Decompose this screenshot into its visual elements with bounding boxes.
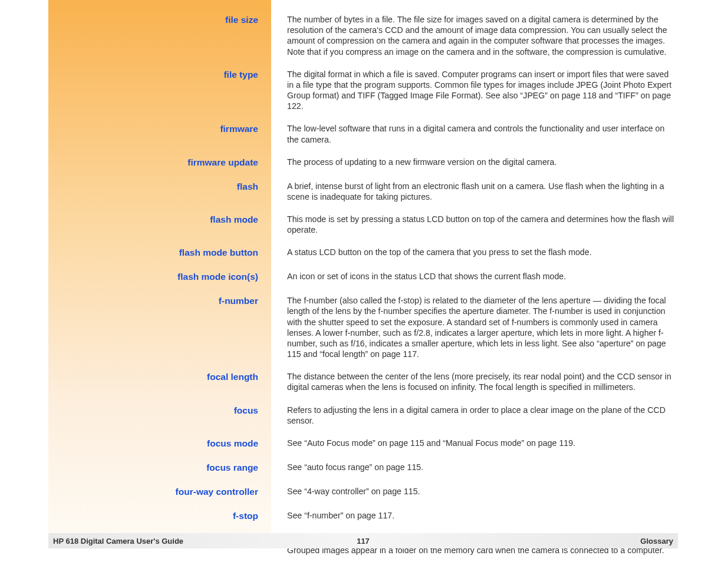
glossary-term: firmware [48,123,258,135]
glossary-page: file size The number of bytes in a file.… [48,0,678,548]
glossary-entry: flash mode This mode is set by pressing … [48,214,678,235]
glossary-definition: The f-number (also called the f-stop) is… [258,295,678,359]
glossary-term: f-number [48,295,258,308]
glossary-term: file size [48,14,258,27]
glossary-definition: The digital format in which a file is sa… [258,69,678,112]
glossary-entry: focus Refers to adjusting the lens in a … [48,405,678,426]
glossary-term: firmware update [48,157,258,169]
glossary-term: focus mode [48,438,258,450]
glossary-entry: file size The number of bytes in a file.… [48,14,678,57]
glossary-definition: This mode is set by pressing a status LC… [258,214,678,235]
glossary-definition: The number of bytes in a file. The file … [258,14,678,57]
glossary-term: focal length [48,371,258,384]
glossary-definition: An icon or set of icons in the status LC… [258,271,678,282]
glossary-term: focus [48,405,258,417]
glossary-entry: f-stop See “f-number” on page 117. [48,510,678,523]
glossary-entry: focus mode See “Auto Focus mode” on page… [48,438,678,450]
glossary-entry: four-way controller See “4-way controlle… [48,486,678,498]
glossary-entry: file type The digital format in which a … [48,69,678,112]
glossary-entry: flash mode icon(s) An icon or set of ico… [48,271,678,283]
glossary-term: flash mode icon(s) [48,271,258,283]
glossary-entry: focus range See “auto focus range” on pa… [48,462,678,474]
glossary-term: flash [48,181,258,193]
glossary-entry: focal length The distance between the ce… [48,371,678,392]
page-footer: HP 618 Digital Camera User's Guide 117 G… [48,533,678,548]
glossary-term: flash mode button [48,247,258,259]
glossary-entry: flash mode button A status LCD button on… [48,247,678,259]
glossary-term: four-way controller [48,486,258,498]
glossary-term: f-stop [48,510,258,523]
glossary-entry: flash A brief, intense burst of light fr… [48,181,678,202]
glossary-term: flash mode [48,214,258,226]
glossary-term: focus range [48,462,258,474]
footer-page-number: 117 [357,537,370,546]
glossary-entry: f-number The f-number (also called the f… [48,295,678,359]
glossary-definition: See “auto focus range” on page 115. [258,462,678,472]
glossary-definition: The process of updating to a new firmwar… [258,157,678,167]
footer-title: HP 618 Digital Camera User's Guide [53,537,183,546]
glossary-definition: See “f-number” on page 117. [258,510,678,521]
glossary-definition: See “4-way controller” on page 115. [258,486,678,497]
glossary-entry: firmware update The process of updating … [48,157,678,169]
glossary-definition: Refers to adjusting the lens in a digita… [258,405,678,426]
glossary-definition: The low-level software that runs in a di… [258,123,678,144]
glossary-definition: The distance between the center of the l… [258,371,678,392]
footer-section: Glossary [640,537,673,546]
glossary-content: file size The number of bytes in a file.… [48,14,678,562]
glossary-definition: See “Auto Focus mode” on page 115 and “M… [258,438,678,448]
glossary-definition: A status LCD button on the top of the ca… [258,247,678,257]
glossary-definition: A brief, intense burst of light from an … [258,181,678,202]
glossary-term: file type [48,69,258,81]
glossary-entry: firmware The low-level software that run… [48,123,678,144]
